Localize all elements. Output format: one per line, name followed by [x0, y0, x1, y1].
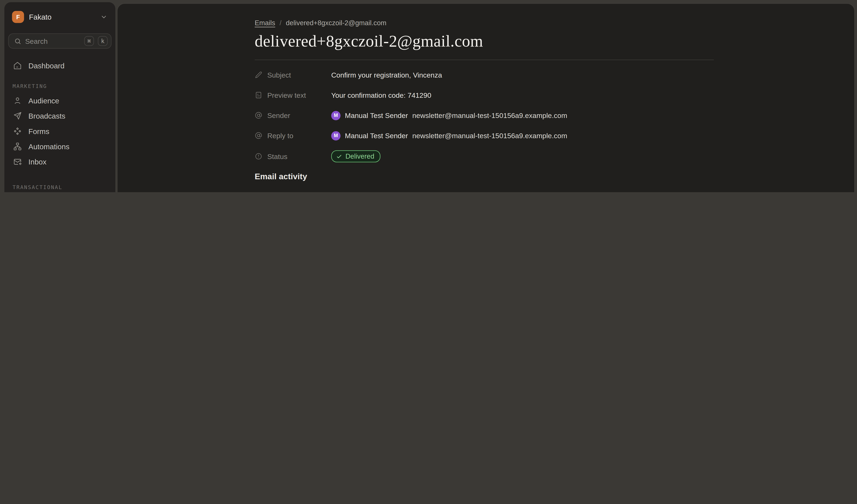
sender-email: newsletter@manual-test-150156a9.example.…	[412, 111, 567, 119]
section-label-transactional: TRANSACTIONAL	[8, 184, 112, 190]
breadcrumb-emails-link[interactable]: Emails	[255, 19, 275, 27]
section-label-marketing: MARKETING	[8, 83, 112, 89]
subject-row: Subject Confirm your registration, Vince…	[255, 69, 714, 80]
at-sign-icon	[255, 132, 263, 139]
sidebar-item-dashboard[interactable]: Dashboard	[8, 58, 112, 73]
status-row: Status Delivered	[255, 150, 714, 162]
preview-text-value: Your confirmation code: 741290	[331, 91, 431, 99]
pencil-icon	[255, 71, 263, 79]
search-icon	[14, 37, 21, 45]
inbox-mail-icon	[13, 157, 22, 166]
page-title: delivered+8gxczoil-2@gmail.com	[255, 32, 714, 50]
diamonds-icon	[13, 127, 22, 135]
reply-to-name: Manual Test Sender	[345, 132, 408, 140]
subject-value: Confirm your registration, Vincenza	[331, 71, 442, 79]
k-key-badge: k	[98, 36, 107, 46]
user-icon	[13, 96, 22, 105]
at-sign-icon	[255, 112, 263, 119]
status-badge: Delivered	[331, 150, 380, 162]
search-placeholder: Search	[25, 37, 81, 45]
note-icon	[255, 91, 263, 99]
sidebar: F Fakato Search ⌘ k Dashboard MARKETING …	[4, 2, 115, 192]
sender-name: Manual Test Sender	[345, 111, 408, 119]
sidebar-item-broadcasts[interactable]: Broadcasts	[8, 108, 112, 123]
app-window: F Fakato Search ⌘ k Dashboard MARKETING …	[0, 0, 857, 192]
reply-to-email: newsletter@manual-test-150156a9.example.…	[412, 132, 567, 140]
preview-text-row: Preview text Your confirmation code: 741…	[255, 90, 714, 100]
sidebar-item-inbox[interactable]: Inbox	[8, 154, 112, 169]
sidebar-nav: Dashboard MARKETING Audience Broadcasts …	[8, 58, 112, 192]
title-divider	[255, 60, 714, 60]
breadcrumb: Emails / delivered+8gxczoil-2@gmail.com	[255, 19, 714, 27]
email-details: Subject Confirm your registration, Vince…	[255, 69, 714, 162]
home-icon	[13, 61, 22, 70]
email-activity-heading: Email activity	[255, 171, 714, 181]
sidebar-item-audience[interactable]: Audience	[8, 93, 112, 108]
sender-row: Sender M Manual Test Sender newsletter@m…	[255, 110, 714, 121]
sidebar-item-automations[interactable]: Automations	[8, 139, 112, 154]
reply-to-avatar: M	[331, 131, 340, 140]
sender-avatar: M	[331, 111, 340, 120]
cmd-key-badge: ⌘	[84, 36, 94, 46]
search-input[interactable]: Search ⌘ k	[8, 33, 112, 49]
workspace-logo: F	[12, 11, 24, 23]
workspace-switcher[interactable]: F Fakato	[8, 10, 112, 24]
alert-circle-icon	[255, 153, 263, 160]
reply-to-row: Reply to M Manual Test Sender newsletter…	[255, 130, 714, 141]
sidebar-item-forms[interactable]: Forms	[8, 123, 112, 139]
chevron-down-icon	[100, 13, 108, 21]
workflow-icon	[13, 142, 22, 151]
workspace-name: Fakato	[29, 13, 95, 21]
main-content: Emails / delivered+8gxczoil-2@gmail.com …	[117, 3, 855, 192]
breadcrumb-current: delivered+8gxczoil-2@gmail.com	[286, 19, 386, 27]
send-icon	[13, 112, 22, 120]
check-icon	[336, 153, 342, 159]
